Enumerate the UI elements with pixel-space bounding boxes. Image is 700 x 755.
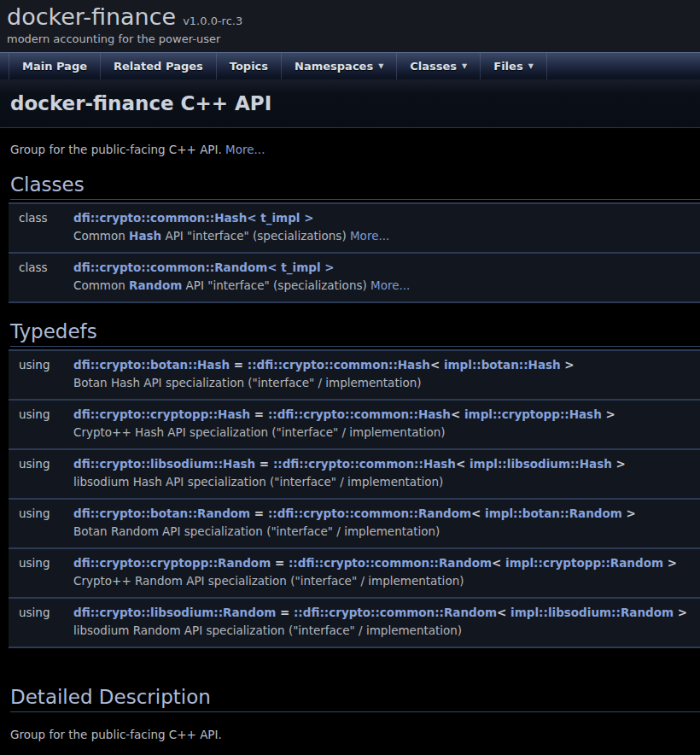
nav-tab-topics[interactable]: Topics xyxy=(216,53,281,79)
member-signature: dfi::crypto::botan::Random = ::dfi::cryp… xyxy=(73,504,693,523)
member-row: usingdfi::crypto::libsodium::Hash = ::df… xyxy=(9,450,700,500)
code-text: = xyxy=(230,358,248,372)
code-text: > xyxy=(602,407,615,421)
code-link[interactable]: dfi::crypto::botan::Random xyxy=(73,506,250,520)
member-signature: dfi::crypto::libsodium::Hash = ::dfi::cr… xyxy=(73,454,693,473)
member-description: libsodium Random API specialization ("in… xyxy=(73,622,693,640)
code-text: < xyxy=(497,606,510,619)
code-text: > xyxy=(674,606,687,619)
code-text: Crypto++ Random API specialization ("int… xyxy=(73,574,464,588)
code-text: = xyxy=(250,407,268,421)
nav-tab-namespaces[interactable]: Namespaces▼ xyxy=(281,53,396,79)
contents: Group for the public-facing C++ API. Mor… xyxy=(0,143,700,755)
code-link[interactable]: dfi::crypto::common::Random< t_impl > xyxy=(73,260,335,274)
code-link[interactable]: Hash xyxy=(129,229,161,243)
member-kind: using xyxy=(9,603,73,622)
nav-tab-label: Topics xyxy=(230,60,268,73)
member-kind: using xyxy=(9,504,73,523)
code-text: > xyxy=(622,506,636,520)
code-text: < xyxy=(492,556,505,570)
detailed-description-text: Group for the public-facing C++ API. xyxy=(10,728,700,741)
chevron-down-icon: ▼ xyxy=(528,62,534,70)
nav-tab-main-page[interactable]: Main Page xyxy=(9,53,100,79)
nav-tab-label: Related Pages xyxy=(114,60,203,73)
page-title: docker-finance C++ API xyxy=(10,92,690,115)
project-brief: modern accounting for the power-user xyxy=(7,31,700,50)
code-link[interactable]: impl::cryptopp::Hash xyxy=(464,407,602,421)
code-text: < xyxy=(471,506,485,520)
code-text: = xyxy=(271,556,289,570)
code-text: = xyxy=(276,606,294,619)
code-text: Botan Random API specialization ("interf… xyxy=(73,524,440,538)
code-link[interactable]: Random xyxy=(129,278,182,292)
project-name-line: docker-financev1.0.0-rc.3 xyxy=(7,3,700,31)
classes-table: classdfi::crypto::common::Hash< t_impl >… xyxy=(9,202,700,303)
member-kind: class xyxy=(9,208,73,227)
project-name: docker-finance xyxy=(7,3,176,30)
member-row: usingdfi::crypto::botan::Random = ::dfi:… xyxy=(9,500,700,549)
code-text: > xyxy=(663,556,677,570)
member-signature: dfi::crypto::libsodium::Random = ::dfi::… xyxy=(73,603,693,622)
more-link[interactable]: More... xyxy=(370,278,410,292)
code-link[interactable]: dfi::crypto::libsodium::Hash xyxy=(73,457,255,471)
member-signature: dfi::crypto::common::Random< t_impl > xyxy=(73,258,693,277)
code-text: libsodium Random API specialization ("in… xyxy=(73,623,462,637)
code-text: > xyxy=(612,457,626,471)
typedefs-table: usingdfi::crypto::botan::Hash = ::dfi::c… xyxy=(9,349,700,648)
more-link[interactable]: More... xyxy=(225,143,265,156)
summary-text: Group for the public-facing C++ API. xyxy=(10,143,225,156)
code-link[interactable]: dfi::crypto::common::Hash< t_impl > xyxy=(73,211,313,225)
member-kind: using xyxy=(9,405,73,424)
code-link[interactable]: ::dfi::crypto::common::Random xyxy=(294,606,497,619)
code-link[interactable]: impl::botan::Random xyxy=(485,506,622,520)
code-link[interactable]: ::dfi::crypto::common::Random xyxy=(289,556,492,570)
code-text: = xyxy=(250,506,268,520)
code-link[interactable]: dfi::crypto::botan::Hash xyxy=(73,358,230,372)
nav-tab-related-pages[interactable]: Related Pages xyxy=(100,53,216,79)
nav-tab-label: Main Page xyxy=(22,60,87,73)
member-description: Botan Hash API specialization ("interfac… xyxy=(73,374,693,392)
code-text: > xyxy=(561,358,575,372)
code-text: Common xyxy=(73,278,129,292)
member-kind: using xyxy=(9,454,73,473)
code-link[interactable]: dfi::crypto::cryptopp::Random xyxy=(73,556,271,570)
code-text: < xyxy=(451,407,464,421)
code-link[interactable]: impl::libsodium::Hash xyxy=(470,457,612,471)
code-link[interactable]: ::dfi::crypto::common::Hash xyxy=(268,407,451,421)
code-link[interactable]: ::dfi::crypto::common::Random xyxy=(268,506,471,520)
chevron-down-icon: ▼ xyxy=(378,62,383,70)
nav-tab-classes[interactable]: Classes▼ xyxy=(396,53,480,79)
code-link[interactable]: impl::cryptopp::Random xyxy=(505,556,663,570)
nav-tab-list: Main PageRelated PagesTopicsNamespaces▼C… xyxy=(0,53,700,79)
nav-tab-label: Files xyxy=(493,60,522,73)
nav-tab-label: Namespaces xyxy=(295,60,373,73)
member-row: usingdfi::crypto::cryptopp::Hash = ::dfi… xyxy=(9,401,700,450)
code-link[interactable]: ::dfi::crypto::common::Hash xyxy=(273,457,456,471)
member-description: Common Random API "interface" (specializ… xyxy=(73,277,693,295)
code-link[interactable]: dfi::crypto::libsodium::Random xyxy=(73,606,276,619)
chevron-down-icon: ▼ xyxy=(462,62,467,70)
member-description: Common Hash API "interface" (specializat… xyxy=(73,227,693,245)
nav-tab-files[interactable]: Files▼ xyxy=(480,53,547,79)
title-area: docker-financev1.0.0-rc.3 modern account… xyxy=(0,0,700,52)
code-link[interactable]: ::dfi::crypto::common::Hash xyxy=(248,358,430,372)
code-text: < xyxy=(430,358,444,372)
code-text: API "interface" (specializations) xyxy=(161,229,350,243)
code-text: < xyxy=(456,457,470,471)
code-link[interactable]: dfi::crypto::cryptopp::Hash xyxy=(73,407,250,421)
member-signature: dfi::crypto::cryptopp::Random = ::dfi::c… xyxy=(73,553,693,572)
member-kind: using xyxy=(9,355,73,374)
member-signature: dfi::crypto::botan::Hash = ::dfi::crypto… xyxy=(73,355,693,374)
code-link[interactable]: impl::libsodium::Random xyxy=(510,606,674,619)
member-row: usingdfi::crypto::botan::Hash = ::dfi::c… xyxy=(9,349,700,401)
nav-tab-label: Classes xyxy=(410,60,457,73)
code-text: libsodium Hash API specialization ("inte… xyxy=(73,475,443,489)
more-link[interactable]: More... xyxy=(350,229,389,243)
member-row: usingdfi::crypto::libsodium::Random = ::… xyxy=(9,599,700,648)
code-link[interactable]: impl::botan::Hash xyxy=(444,358,561,372)
member-description: Crypto++ Hash API specialization ("inter… xyxy=(73,424,693,442)
member-kind: using xyxy=(9,553,73,572)
code-text: Common xyxy=(73,229,129,243)
section-heading-detailed-description: Detailed Description xyxy=(10,686,700,712)
member-signature: dfi::crypto::common::Hash< t_impl > xyxy=(73,208,693,227)
